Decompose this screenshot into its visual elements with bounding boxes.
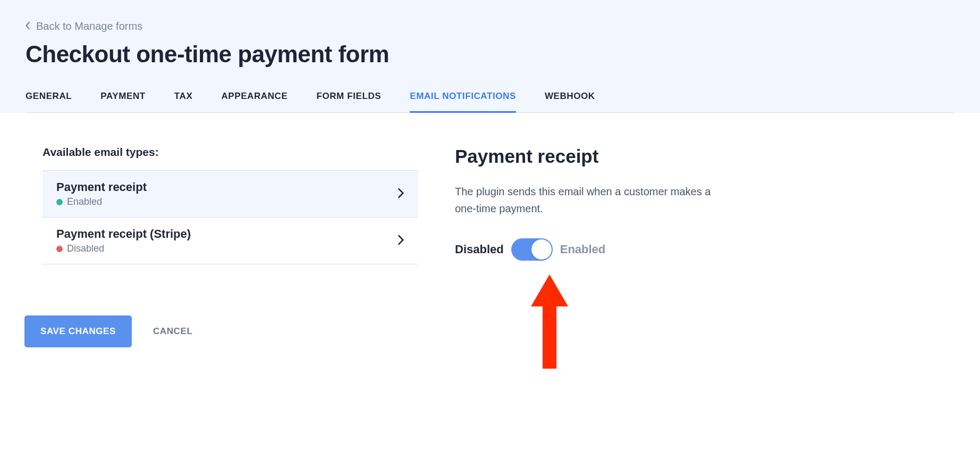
toggle-knob-icon	[531, 239, 552, 260]
status-dot-icon	[56, 246, 63, 252]
email-type-item[interactable]: Payment receipt (Stripe) Disabled	[43, 218, 418, 264]
email-type-status-label: Enabled	[67, 196, 102, 207]
back-link[interactable]: Back to Manage forms	[26, 20, 142, 32]
annotation-arrow-icon	[531, 274, 568, 369]
chevron-right-icon	[398, 188, 404, 201]
enable-toggle[interactable]	[511, 238, 553, 261]
tab-general[interactable]: GENERAL	[26, 91, 72, 113]
email-types-heading: Available email types:	[43, 146, 418, 159]
detail-title: Payment receipt	[455, 146, 954, 167]
save-button[interactable]: SAVE CHANGES	[24, 315, 132, 347]
chevron-left-icon	[26, 20, 31, 32]
email-type-status: Enabled	[56, 196, 147, 207]
email-type-title: Payment receipt (Stripe)	[56, 227, 191, 241]
tab-webhook[interactable]: WEBHOOK	[545, 91, 595, 113]
tab-appearance[interactable]: APPEARANCE	[221, 91, 288, 113]
email-types-list: Payment receipt Enabled Payment receipt …	[43, 170, 418, 264]
tab-email-notifications[interactable]: EMAIL NOTIFICATIONS	[410, 91, 516, 113]
svg-marker-0	[531, 274, 568, 369]
toggle-enabled-label: Enabled	[560, 243, 606, 256]
email-type-item[interactable]: Payment receipt Enabled	[43, 171, 418, 218]
page-title: Checkout one-time payment form	[26, 41, 954, 68]
detail-description: The plugin sends this email when a custo…	[455, 183, 731, 217]
email-type-status: Disabled	[56, 243, 191, 254]
cancel-button[interactable]: CANCEL	[153, 326, 192, 337]
toggle-disabled-label: Disabled	[455, 243, 504, 256]
tab-tax[interactable]: TAX	[174, 91, 193, 113]
chevron-right-icon	[398, 235, 404, 247]
tabs: GENERAL PAYMENT TAX APPEARANCE FORM FIEL…	[26, 91, 954, 113]
enable-toggle-row: Disabled Enabled	[455, 238, 954, 261]
tab-form-fields[interactable]: FORM FIELDS	[316, 91, 381, 113]
status-dot-icon	[56, 199, 63, 205]
email-type-title: Payment receipt	[56, 180, 147, 194]
email-type-status-label: Disabled	[67, 243, 104, 254]
back-link-label: Back to Manage forms	[36, 20, 142, 32]
tab-payment[interactable]: PAYMENT	[100, 91, 146, 113]
